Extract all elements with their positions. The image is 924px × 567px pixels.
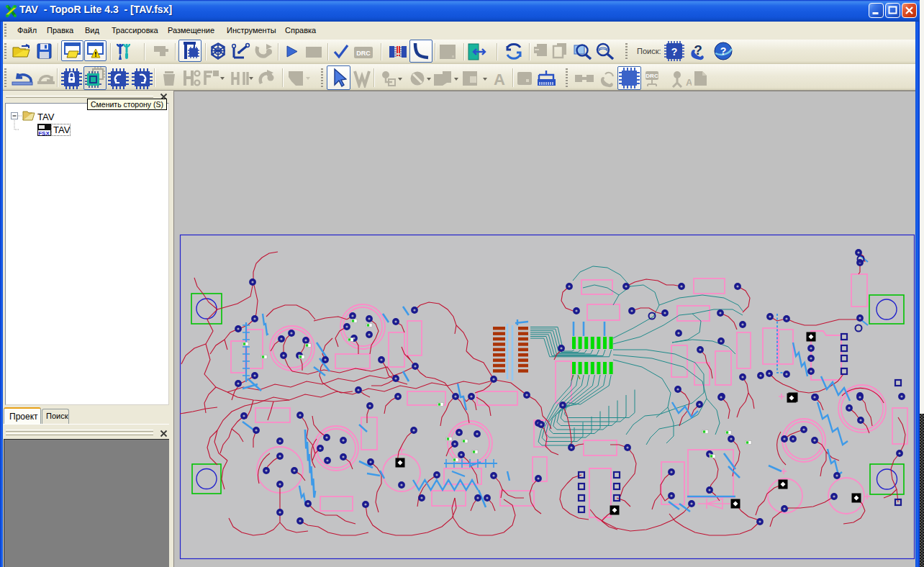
svg-text:DRC: DRC (646, 73, 658, 79)
svg-text:?: ? (671, 46, 678, 58)
svg-text:DRC: DRC (356, 50, 371, 57)
svg-text:A: A (686, 77, 692, 88)
svg-text:A: A (494, 71, 505, 87)
svg-text:FSX: FSX (38, 130, 50, 137)
svg-text:?: ? (720, 45, 727, 57)
